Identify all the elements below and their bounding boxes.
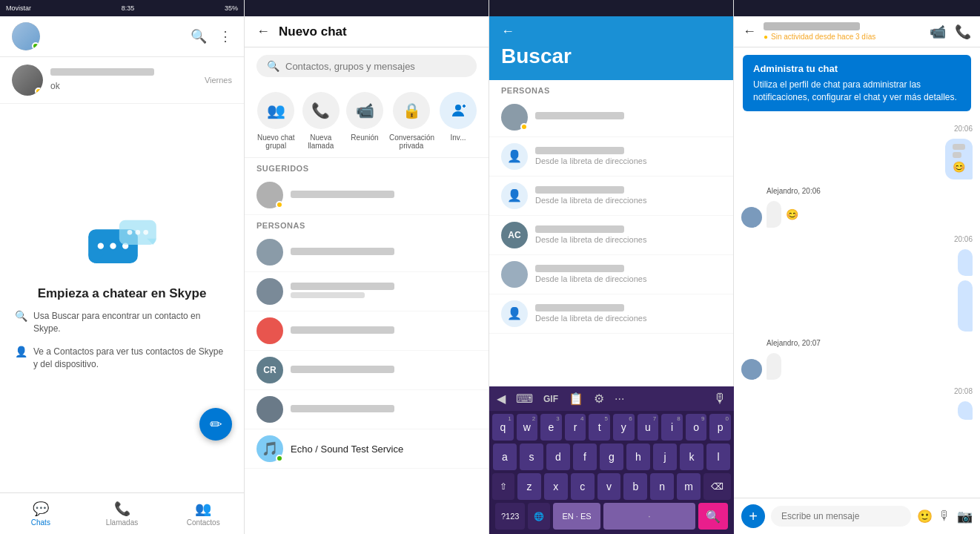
key-j[interactable]: j bbox=[653, 444, 677, 470]
user-avatar[interactable] bbox=[12, 22, 40, 50]
kb-back-icon[interactable]: ◀ bbox=[497, 392, 506, 406]
action-invite[interactable]: Inv... bbox=[440, 92, 477, 150]
key-m[interactable]: m bbox=[677, 473, 701, 500]
key-globe[interactable]: 🌐 bbox=[528, 503, 550, 530]
search-icon[interactable]: 🔍 bbox=[191, 28, 207, 44]
msg-bubble-4 bbox=[958, 280, 973, 332]
key-t[interactable]: t5 bbox=[589, 414, 610, 441]
key-u[interactable]: u7 bbox=[638, 414, 659, 441]
kb-more-icon[interactable]: ··· bbox=[615, 392, 624, 406]
kb-keyboard-icon[interactable]: ⌨ bbox=[516, 392, 533, 406]
key-lang[interactable]: EN · ES bbox=[553, 503, 600, 530]
key-r[interactable]: r4 bbox=[565, 414, 586, 441]
contact-avatar-5 bbox=[256, 396, 283, 423]
key-o[interactable]: o9 bbox=[686, 414, 707, 441]
search-result-5[interactable]: Desde la libreta de direcciones bbox=[489, 255, 733, 294]
key-enter[interactable]: 🔍 bbox=[698, 503, 728, 530]
voice-call-icon[interactable]: 📞 bbox=[955, 24, 971, 40]
key-space[interactable]: · bbox=[603, 503, 695, 530]
search-result-4[interactable]: AC Desde la libreta de direcciones bbox=[489, 216, 733, 255]
search-result-2[interactable]: 👤 Desde la libreta de direcciones bbox=[489, 137, 733, 177]
statusbar-1: Movistar 8:35 35% bbox=[0, 0, 244, 16]
key-p[interactable]: p0 bbox=[709, 414, 731, 441]
message-input[interactable] bbox=[771, 506, 911, 527]
kb-clipboard-icon[interactable]: 📋 bbox=[569, 392, 583, 406]
contact-item-5[interactable] bbox=[245, 390, 489, 429]
msg-row-1: 😊 bbox=[741, 139, 973, 180]
more-icon[interactable]: ⋮ bbox=[219, 28, 232, 44]
search-contacts-input[interactable] bbox=[285, 61, 466, 72]
key-v[interactable]: v bbox=[597, 473, 621, 500]
compose-button[interactable]: ✏ bbox=[199, 408, 232, 441]
search-name-4 bbox=[535, 225, 624, 233]
emoji-button[interactable]: 🙂 bbox=[917, 509, 933, 524]
contact-item-1[interactable] bbox=[245, 233, 489, 272]
action-call[interactable]: 📞 Nueva llamada bbox=[302, 92, 341, 150]
chat-list-item[interactable]: ok Viernes bbox=[0, 57, 244, 104]
empty-contacts-text: Ve a Contactos para ver tus contactos de… bbox=[33, 346, 229, 371]
key-k[interactable]: k bbox=[680, 444, 703, 470]
key-q[interactable]: q1 bbox=[492, 414, 514, 441]
key-d[interactable]: d bbox=[546, 444, 570, 470]
key-backspace[interactable]: ⌫ bbox=[703, 473, 731, 500]
msg-line-1b bbox=[953, 152, 961, 158]
meeting-label: Reunión bbox=[351, 134, 378, 142]
group-chat-label: Nuevo chat grupal bbox=[256, 134, 296, 150]
nav-contacts[interactable]: 👥 Contactos bbox=[162, 493, 244, 534]
svg-point-6 bbox=[127, 230, 132, 235]
key-l[interactable]: l bbox=[706, 444, 730, 470]
key-b[interactable]: b bbox=[623, 473, 647, 500]
header-actions: 🔍 ⋮ bbox=[191, 28, 232, 44]
echo-status-dot bbox=[276, 455, 283, 462]
key-e[interactable]: e3 bbox=[540, 414, 562, 441]
search-bar-contacts[interactable]: 🔍 bbox=[256, 55, 477, 77]
buscar-title: Buscar bbox=[501, 45, 721, 68]
search-result-6[interactable]: 👤 Desde la libreta de direcciones bbox=[489, 294, 733, 334]
contacts-nav-icon: 👥 bbox=[195, 501, 211, 517]
key-z[interactable]: z bbox=[517, 473, 541, 500]
back-button-4[interactable]: ← bbox=[743, 24, 756, 39]
key-shift[interactable]: ⇧ bbox=[492, 473, 514, 500]
msg-bubble-5 bbox=[767, 353, 781, 380]
audio-button[interactable]: 🎙 bbox=[938, 509, 951, 524]
back-button-2[interactable]: ← bbox=[256, 24, 270, 39]
key-s[interactable]: s bbox=[520, 444, 543, 470]
key-h[interactable]: h bbox=[626, 444, 650, 470]
kb-gif-icon[interactable]: GIF bbox=[543, 394, 558, 404]
key-w[interactable]: w2 bbox=[517, 414, 538, 441]
nav-chats[interactable]: 💬 Chats bbox=[0, 493, 82, 534]
key-x[interactable]: x bbox=[544, 473, 568, 500]
msg-row-4 bbox=[741, 280, 973, 332]
action-meeting[interactable]: 📹 Reunión bbox=[346, 92, 383, 150]
key-c[interactable]: c bbox=[571, 473, 595, 500]
kb-settings-icon[interactable]: ⚙ bbox=[594, 392, 604, 406]
contact-item-2[interactable] bbox=[245, 272, 489, 312]
camera-button[interactable]: 📷 bbox=[957, 509, 973, 524]
key-num-switch[interactable]: ?123 bbox=[495, 503, 525, 530]
search-result-1[interactable] bbox=[489, 98, 733, 137]
video-call-icon[interactable]: 📹 bbox=[930, 24, 946, 40]
suggested-contact-1[interactable] bbox=[245, 176, 489, 215]
echo-sound-test-item[interactable]: 🎵 Echo / Sound Test Service bbox=[245, 429, 489, 469]
key-a[interactable]: a bbox=[493, 444, 517, 470]
action-group-chat[interactable]: 👥 Nuevo chat grupal bbox=[256, 92, 296, 150]
key-g[interactable]: g bbox=[600, 444, 623, 470]
key-n[interactable]: n bbox=[650, 473, 674, 500]
chat-input-actions: 🙂 🎙 📷 bbox=[917, 509, 973, 524]
key-f[interactable]: f bbox=[573, 444, 597, 470]
msg-emoji-1: 😊 bbox=[953, 161, 965, 173]
nav-calls[interactable]: 📞 Llamadas bbox=[82, 493, 163, 534]
contact-avatar-3 bbox=[256, 317, 283, 344]
back-button-3[interactable]: ← bbox=[501, 24, 514, 39]
kb-mic-icon[interactable]: 🎙 bbox=[713, 391, 726, 406]
contact-item-cr[interactable]: CR bbox=[245, 351, 489, 390]
contact-item-3[interactable] bbox=[245, 312, 489, 351]
panel-search-wrapper: ← Buscar PERSONAS 👤 Desde la libreta bbox=[489, 0, 734, 534]
key-y[interactable]: y6 bbox=[613, 414, 635, 441]
key-i[interactable]: i8 bbox=[661, 414, 683, 441]
attach-button[interactable]: + bbox=[741, 504, 765, 528]
chat-manage-tooltip[interactable]: Administra tu chat Utiliza el perfil de … bbox=[743, 55, 971, 111]
action-private-chat[interactable]: 🔒 Conversación privada bbox=[389, 92, 434, 150]
search-result-3[interactable]: 👤 Desde la libreta de direcciones bbox=[489, 177, 733, 216]
contact-hint: 👤 Ve a Contactos para ver tus contactos … bbox=[15, 346, 229, 377]
